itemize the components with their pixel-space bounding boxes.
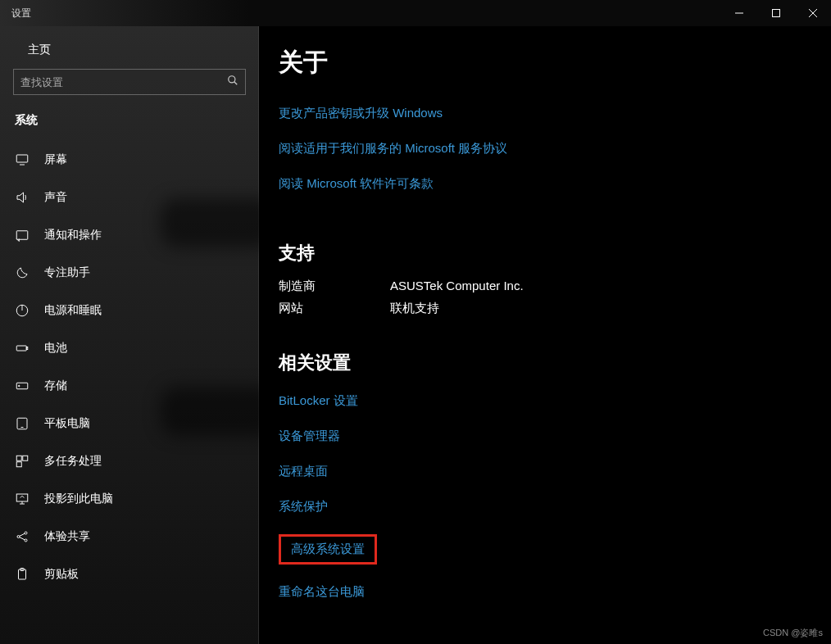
sidebar-item-sound[interactable]: 声音 [0, 179, 259, 216]
sidebar-item-label: 屏幕 [44, 152, 67, 167]
sidebar-item-tablet[interactable]: 平板电脑 [0, 405, 259, 442]
sidebar-category: 系统 [0, 110, 259, 141]
content-pane: 关于 更改产品密钥或升级 Windows阅读适用于我们服务的 Microsoft… [259, 26, 831, 644]
home-label: 主页 [28, 43, 51, 57]
svg-point-14 [19, 385, 20, 387]
svg-rect-6 [16, 155, 28, 162]
sidebar-item-label: 专注助手 [44, 265, 90, 280]
website-label: 网站 [279, 301, 390, 316]
share-icon [15, 529, 30, 544]
related-link-2[interactable]: 远程桌面 [279, 464, 328, 479]
about-link[interactable]: 阅读 Microsoft 软件许可条款 [279, 176, 434, 192]
related-link-3[interactable]: 系统保护 [279, 499, 328, 515]
svg-rect-19 [16, 462, 21, 467]
sidebar-item-moon[interactable]: 专注助手 [0, 254, 259, 292]
sidebar-item-label: 剪贴板 [44, 567, 79, 582]
battery-icon [15, 341, 30, 356]
sidebar-item-label: 电源和睡眠 [44, 303, 102, 318]
sidebar-item-project[interactable]: 投影到此电脑 [0, 480, 259, 518]
page-title: 关于 [279, 46, 831, 79]
maximize-button[interactable] [757, 0, 794, 26]
project-icon [15, 492, 30, 506]
related-link-4[interactable]: 高级系统设置 [279, 534, 377, 565]
svg-point-21 [17, 536, 20, 538]
svg-line-25 [20, 537, 25, 540]
sidebar-item-multitask[interactable]: 多任务处理 [0, 442, 259, 480]
related-heading: 相关设置 [279, 351, 831, 375]
storage-icon [15, 379, 30, 393]
sidebar-item-label: 电池 [44, 341, 67, 356]
close-button[interactable] [794, 0, 831, 26]
svg-rect-17 [16, 456, 21, 460]
clipboard-icon [15, 567, 30, 582]
watermark: CSDN @姿雎s [763, 627, 823, 639]
sidebar-item-label: 通知和操作 [44, 228, 102, 243]
notify-icon [15, 228, 30, 243]
moon-icon [15, 265, 30, 280]
svg-rect-11 [16, 346, 26, 351]
display-icon [15, 152, 30, 167]
sidebar-item-clipboard[interactable]: 剪贴板 [0, 556, 259, 593]
related-link-5[interactable]: 重命名这台电脑 [279, 584, 365, 600]
svg-rect-1 [772, 10, 779, 17]
multitask-icon [15, 454, 30, 469]
sidebar-item-label: 多任务处理 [44, 454, 102, 469]
related-link-1[interactable]: 设备管理器 [279, 429, 340, 444]
svg-rect-20 [16, 494, 28, 501]
related-link-0[interactable]: BitLocker 设置 [279, 393, 358, 409]
svg-rect-18 [23, 456, 28, 460]
about-link[interactable]: 更改产品密钥或升级 Windows [279, 106, 443, 121]
sidebar-item-notify[interactable]: 通知和操作 [0, 216, 259, 254]
about-link[interactable]: 阅读适用于我们服务的 Microsoft 服务协议 [279, 141, 507, 156]
sidebar-item-label: 声音 [44, 190, 67, 205]
svg-point-4 [229, 76, 235, 83]
search-icon [227, 75, 238, 89]
window-title: 设置 [0, 7, 31, 20]
sound-icon [15, 190, 30, 205]
svg-line-5 [234, 82, 238, 85]
svg-line-24 [20, 533, 25, 536]
minimize-button[interactable] [720, 0, 757, 26]
search-box[interactable] [13, 69, 246, 95]
svg-rect-12 [26, 347, 28, 350]
sidebar-item-label: 投影到此电脑 [44, 492, 113, 506]
titlebar: 设置 [0, 0, 831, 26]
sidebar-item-display[interactable]: 屏幕 [0, 141, 259, 179]
svg-point-23 [25, 539, 27, 542]
support-heading: 支持 [279, 241, 831, 265]
svg-rect-8 [16, 231, 28, 240]
sidebar-item-label: 存储 [44, 379, 67, 393]
manufacturer-value: ASUSTek Computer Inc. [390, 279, 524, 294]
website-link[interactable]: 联机支持 [390, 301, 439, 316]
sidebar-item-storage[interactable]: 存储 [0, 367, 259, 405]
sidebar-item-share[interactable]: 体验共享 [0, 518, 259, 556]
power-icon [15, 303, 30, 318]
search-input[interactable] [20, 76, 227, 88]
sidebar-item-label: 体验共享 [44, 529, 90, 544]
home-button[interactable]: 主页 [0, 33, 259, 69]
tablet-icon [15, 416, 30, 431]
sidebar-item-battery[interactable]: 电池 [0, 329, 259, 367]
svg-point-22 [25, 532, 27, 534]
sidebar: 主页 系统 屏幕声音通知和操作专注助手电源和睡眠电池存储平板电脑多任务处理投影到… [0, 26, 259, 644]
sidebar-item-power[interactable]: 电源和睡眠 [0, 292, 259, 329]
manufacturer-label: 制造商 [279, 279, 390, 294]
sidebar-item-label: 平板电脑 [44, 416, 90, 431]
